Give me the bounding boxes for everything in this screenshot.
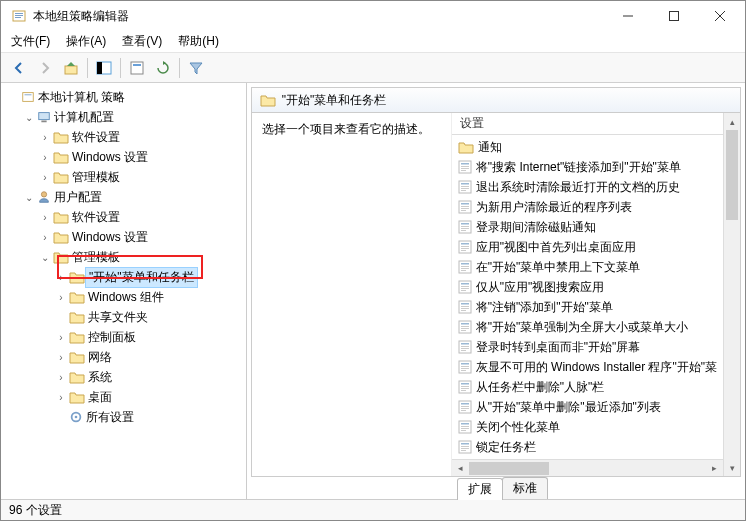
properties-button[interactable] (125, 56, 149, 80)
up-button[interactable] (59, 56, 83, 80)
svg-rect-81 (461, 403, 469, 405)
expand-icon[interactable]: › (37, 229, 53, 245)
svg-rect-61 (461, 323, 469, 325)
expand-icon[interactable]: › (37, 149, 53, 165)
list-item-label: 通知 (478, 139, 502, 156)
policy-setting-icon (458, 440, 472, 454)
tree-label: 软件设置 (69, 208, 123, 227)
tree-item[interactable]: 所有设置 (5, 407, 246, 427)
svg-rect-48 (461, 268, 469, 269)
tree-label: 计算机配置 (51, 108, 117, 127)
svg-rect-27 (461, 186, 469, 187)
list-item[interactable]: 应用"视图中首先列出桌面应用 (452, 237, 723, 257)
expand-icon[interactable]: › (37, 209, 53, 225)
tree-item[interactable]: 共享文件夹 (5, 307, 246, 327)
scroll-right-icon[interactable]: ▸ (706, 463, 723, 473)
back-button[interactable] (7, 56, 31, 80)
collapse-icon[interactable]: ⌄ (21, 189, 37, 205)
collapse-icon[interactable]: ⌄ (21, 109, 37, 125)
scroll-thumb[interactable] (726, 130, 738, 220)
tree-item[interactable]: › 桌面 (5, 387, 246, 407)
svg-rect-54 (461, 290, 466, 291)
menu-action[interactable]: 操作(A) (62, 31, 110, 52)
policy-setting-icon (458, 260, 472, 274)
tab-standard[interactable]: 标准 (502, 477, 548, 499)
list-item[interactable]: 灰显不可用的 Windows Installer 程序"开始"菜 (452, 357, 723, 377)
horizontal-scrollbar[interactable]: ◂ ▸ (452, 459, 723, 476)
tree-item[interactable]: › 系统 (5, 367, 246, 387)
tree-start-taskbar[interactable]: › "开始"菜单和任务栏 (5, 267, 246, 287)
list-item[interactable]: 在"开始"菜单中禁用上下文菜单 (452, 257, 723, 277)
list-item-label: 仅从"应用"视图搜索应用 (476, 279, 605, 296)
tree-label: 用户配置 (51, 188, 105, 207)
tree-item[interactable]: › Windows 组件 (5, 287, 246, 307)
expand-icon[interactable]: › (53, 369, 69, 385)
expand-icon[interactable]: › (53, 269, 69, 285)
svg-rect-66 (461, 343, 469, 345)
filter-button[interactable] (184, 56, 208, 80)
svg-rect-38 (461, 228, 469, 229)
list-item[interactable]: 锁定任务栏 (452, 437, 723, 457)
user-icon (37, 190, 51, 204)
refresh-button[interactable] (151, 56, 175, 80)
list-item[interactable]: 登录时转到桌面而非"开始"屏幕 (452, 337, 723, 357)
minimize-button[interactable] (605, 1, 651, 31)
show-hide-tree-button[interactable] (92, 56, 116, 80)
svg-rect-16 (41, 121, 46, 123)
tree-item[interactable]: › Windows 设置 (5, 147, 246, 167)
list-item[interactable]: 退出系统时清除最近打开的文档的历史 (452, 177, 723, 197)
list-item[interactable]: 为新用户清除最近的程序列表 (452, 197, 723, 217)
expand-icon[interactable]: › (53, 289, 69, 305)
scroll-left-icon[interactable]: ◂ (452, 463, 469, 473)
tree-item[interactable]: › Windows 设置 (5, 227, 246, 247)
tree-item[interactable]: › 软件设置 (5, 207, 246, 227)
list-item[interactable]: 仅从"应用"视图搜索应用 (452, 277, 723, 297)
list-item[interactable]: 将"开始"菜单强制为全屏大小或菜单大小 (452, 317, 723, 337)
svg-rect-83 (461, 408, 469, 409)
maximize-button[interactable] (651, 1, 697, 31)
menu-help[interactable]: 帮助(H) (174, 31, 223, 52)
svg-rect-33 (461, 208, 469, 209)
forward-button[interactable] (33, 56, 57, 80)
tree-item[interactable]: › 网络 (5, 347, 246, 367)
list-item[interactable]: 关闭个性化菜单 (452, 417, 723, 437)
tree-admin-templates[interactable]: ⌄ 管理模板 (5, 247, 246, 267)
expand-icon[interactable]: › (53, 329, 69, 345)
scroll-down-icon[interactable]: ▾ (724, 459, 740, 476)
svg-rect-21 (461, 163, 469, 165)
policy-setting-icon (458, 420, 472, 434)
svg-rect-63 (461, 328, 469, 329)
tree-item[interactable]: › 软件设置 (5, 127, 246, 147)
tree-root[interactable]: 本地计算机 策略 (5, 87, 246, 107)
list-item[interactable]: 从任务栏中删除"人脉"栏 (452, 377, 723, 397)
list-item[interactable]: 登录期间清除磁贴通知 (452, 217, 723, 237)
tree-computer-config[interactable]: ⌄ 计算机配置 (5, 107, 246, 127)
expand-icon[interactable]: › (53, 349, 69, 365)
tree-user-config[interactable]: ⌄ 用户配置 (5, 187, 246, 207)
expand-icon[interactable]: › (37, 129, 53, 145)
svg-rect-89 (461, 430, 466, 431)
list-item[interactable]: 将"搜索 Internet"链接添加到"开始"菜单 (452, 157, 723, 177)
expand-icon[interactable]: › (53, 389, 69, 405)
expand-icon[interactable] (5, 89, 21, 105)
svg-rect-67 (461, 346, 469, 347)
close-button[interactable] (697, 1, 743, 31)
svg-point-17 (41, 192, 46, 197)
tree-item[interactable]: › 控制面板 (5, 327, 246, 347)
menu-view[interactable]: 查看(V) (118, 31, 166, 52)
tree-item[interactable]: › 管理模板 (5, 167, 246, 187)
scroll-up-icon[interactable]: ▴ (724, 113, 740, 130)
expand-icon[interactable]: › (37, 169, 53, 185)
policy-setting-icon (458, 380, 472, 394)
list-item[interactable]: 从"开始"菜单中删除"最近添加"列表 (452, 397, 723, 417)
menu-file[interactable]: 文件(F) (7, 31, 54, 52)
tab-extended[interactable]: 扩展 (457, 478, 503, 500)
column-header-setting[interactable]: 设置 (452, 113, 723, 135)
vertical-scrollbar[interactable]: ▴ ▾ (723, 113, 740, 476)
svg-rect-51 (461, 283, 469, 285)
collapse-icon[interactable]: ⌄ (37, 249, 53, 265)
list-item[interactable]: 将"注销"添加到"开始"菜单 (452, 297, 723, 317)
list-item-label: 从"开始"菜单中删除"最近添加"列表 (476, 399, 661, 416)
scroll-thumb[interactable] (469, 462, 549, 475)
list-item[interactable]: 通知 (452, 137, 723, 157)
